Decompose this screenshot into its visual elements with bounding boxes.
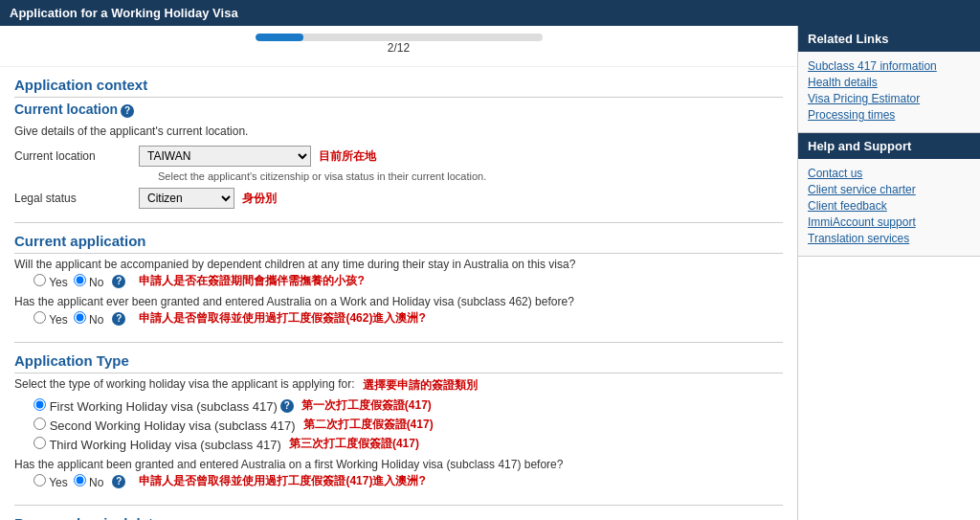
help-links-container: Contact us Client service charter Client… bbox=[798, 159, 980, 257]
q2-block: Has the applicant ever been granted and … bbox=[14, 295, 783, 327]
current-location-note: Select the applicant's citizenship or vi… bbox=[139, 170, 783, 182]
legal-status-select[interactable]: Citizen bbox=[139, 188, 234, 209]
q2-text: Has the applicant ever been granted and … bbox=[14, 295, 783, 308]
divider3 bbox=[14, 253, 783, 254]
q3-yes-label[interactable]: Yes bbox=[33, 474, 68, 489]
q1-radio-row: Yes No ? 申請人是否在簽證期間會攜伴需撫養的小孩? bbox=[14, 273, 783, 289]
current-location-heading: Current location bbox=[14, 102, 118, 117]
app-title: Application for a Working Holiday Visa bbox=[10, 6, 238, 20]
legal-status-field-row: Legal status Citizen 身份別 bbox=[14, 188, 783, 209]
opt1-label[interactable]: First Working Holiday visa (subclass 417… bbox=[33, 398, 278, 414]
q2-yes-label[interactable]: Yes bbox=[33, 311, 68, 327]
top-bar: Application for a Working Holiday Visa bbox=[0, 0, 980, 26]
opt3-radio[interactable] bbox=[33, 437, 46, 449]
q1-no-radio[interactable] bbox=[74, 274, 86, 286]
sidebar-link-processing[interactable]: Processing times bbox=[808, 108, 970, 122]
current-location-field-row: Current location TAIWAN 目前所在地 bbox=[14, 146, 783, 167]
application-context-title: Application context bbox=[14, 77, 783, 93]
current-location-info-icon[interactable]: ? bbox=[121, 104, 134, 118]
app-type-annotation: 選擇要申請的簽證類別 bbox=[363, 377, 478, 394]
opt1-row: First Working Holiday visa (subclass 417… bbox=[33, 397, 783, 414]
q2-radio-row: Yes No ? 申請人是否曾取得並使用過打工度假簽證(462)進入澳洲? bbox=[14, 310, 783, 327]
divider5 bbox=[14, 373, 783, 373]
q2-yes-radio[interactable] bbox=[33, 311, 46, 324]
content-area: 2/12 Application context Current locatio… bbox=[0, 26, 798, 520]
current-location-heading-row: Current location ? bbox=[14, 102, 783, 121]
sidebar-link-feedback[interactable]: Client feedback bbox=[808, 199, 970, 213]
opt3-row: Third Working Holiday visa (subclass 417… bbox=[33, 436, 783, 452]
q1-text: Will the applicant be accompanied by dep… bbox=[14, 258, 783, 271]
sidebar-link-translation[interactable]: Translation services bbox=[808, 232, 970, 245]
q2-info-icon[interactable]: ? bbox=[112, 312, 125, 326]
q3-yes-radio[interactable] bbox=[33, 474, 46, 486]
legal-status-label: Legal status bbox=[14, 192, 139, 205]
current-application-title: Current application bbox=[14, 233, 783, 249]
progress-fill bbox=[256, 34, 303, 41]
sidebar-link-subclass417[interactable]: Subclass 417 information bbox=[808, 59, 970, 73]
q1-yes-label[interactable]: Yes bbox=[33, 274, 68, 289]
sidebar: Related Links Subclass 417 information H… bbox=[798, 26, 980, 520]
current-location-select[interactable]: TAIWAN bbox=[139, 146, 311, 167]
application-type-section: Application Type Select the type of work… bbox=[0, 343, 797, 505]
related-links-title: Related Links bbox=[798, 26, 980, 52]
q3-no-label[interactable]: No bbox=[74, 474, 104, 489]
q1-yes-radio[interactable] bbox=[33, 274, 46, 286]
q1-block: Will the applicant be accompanied by dep… bbox=[14, 258, 783, 289]
progress-container: 2/12 bbox=[0, 26, 797, 67]
divider1 bbox=[14, 97, 783, 98]
opt2-annotation: 第二次打工度假簽證(417) bbox=[303, 417, 434, 433]
proposed-arrival-section: Proposed arrival date Proposed arrival d… bbox=[0, 506, 797, 520]
q3-info-icon[interactable]: ? bbox=[112, 475, 125, 488]
application-context-section: Application context Current location ? G… bbox=[0, 67, 797, 222]
opt3-annotation: 第三次打工度假簽證(417) bbox=[289, 436, 419, 452]
progress-label: 2/12 bbox=[10, 41, 788, 55]
app-type-desc-row: Select the type of working holiday visa … bbox=[14, 377, 783, 394]
opt2-label[interactable]: Second Working Holiday visa (subclass 41… bbox=[33, 418, 296, 433]
q3-radio-row: Yes No ? 申請人是否曾取得並使用過打工度假簽證(417)進入澳洲? bbox=[14, 473, 783, 489]
proposed-arrival-title: Proposed arrival date bbox=[14, 515, 783, 520]
q3-block: Has the applicant been granted and enter… bbox=[14, 458, 783, 489]
opt2-row: Second Working Holiday visa (subclass 41… bbox=[33, 417, 783, 433]
opt1-info-icon[interactable]: ? bbox=[280, 399, 294, 413]
legal-status-annotation: 身份別 bbox=[242, 191, 277, 207]
current-location-description: Give details of the applicant's current … bbox=[14, 124, 783, 138]
q3-no-radio[interactable] bbox=[74, 474, 86, 486]
app-type-options: First Working Holiday visa (subclass 417… bbox=[14, 397, 783, 452]
opt1-annotation: 第一次打工度假簽證(417) bbox=[301, 397, 432, 414]
sidebar-link-contact[interactable]: Contact us bbox=[808, 167, 970, 180]
q1-annotation: 申請人是否在簽證期間會攜伴需撫養的小孩? bbox=[139, 273, 364, 289]
sidebar-link-charter[interactable]: Client service charter bbox=[808, 183, 970, 196]
q2-no-radio[interactable] bbox=[74, 311, 86, 324]
application-type-title: Application Type bbox=[14, 352, 783, 369]
opt1-radio[interactable] bbox=[33, 398, 46, 411]
current-application-section: Current application Will the applicant b… bbox=[0, 223, 797, 342]
opt3-label[interactable]: Third Working Holiday visa (subclass 417… bbox=[33, 437, 281, 452]
q3-annotation: 申請人是否曾取得並使用過打工度假簽證(417)進入澳洲? bbox=[139, 473, 425, 489]
sidebar-link-immiaccount[interactable]: ImmiAccount support bbox=[808, 215, 970, 229]
q2-annotation: 申請人是否曾取得並使用過打工度假簽證(462)進入澳洲? bbox=[139, 310, 425, 327]
q2-no-label[interactable]: No bbox=[74, 311, 104, 327]
q3-text: Has the applicant been granted and enter… bbox=[14, 458, 783, 471]
current-location-field-label: Current location bbox=[14, 149, 139, 163]
sidebar-link-health[interactable]: Health details bbox=[808, 76, 970, 89]
current-location-annotation: 目前所在地 bbox=[319, 148, 376, 165]
help-support-title: Help and Support bbox=[798, 133, 980, 159]
opt2-radio[interactable] bbox=[33, 418, 46, 430]
progress-track bbox=[256, 34, 543, 41]
sidebar-link-visa-pricing[interactable]: Visa Pricing Estimator bbox=[808, 92, 970, 105]
related-links-container: Subclass 417 information Health details … bbox=[798, 52, 980, 133]
app-type-description: Select the type of working holiday visa … bbox=[14, 377, 355, 391]
q1-info-icon[interactable]: ? bbox=[112, 275, 125, 288]
q1-no-label[interactable]: No bbox=[74, 274, 104, 289]
